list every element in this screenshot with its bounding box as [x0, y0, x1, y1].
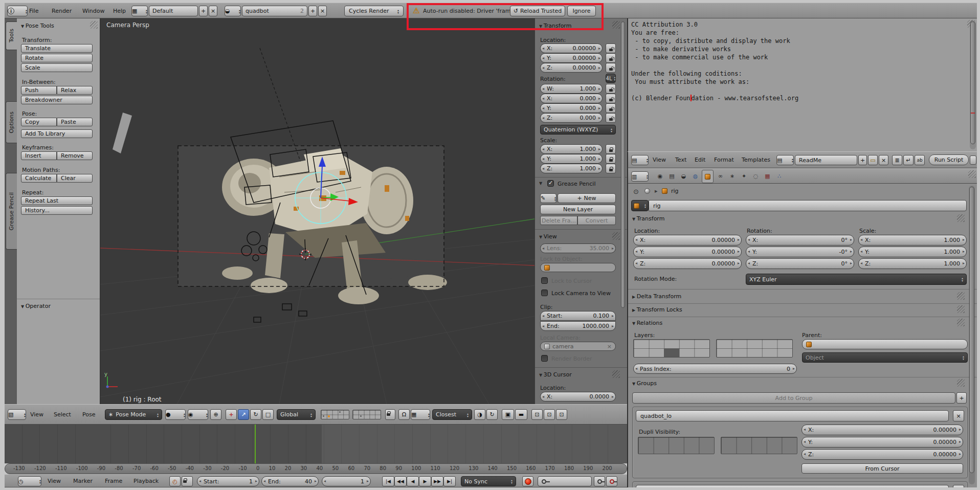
- manipulate-center-points-button[interactable]: ⊕: [210, 409, 221, 420]
- scale-manipulator-button[interactable]: □: [262, 409, 274, 420]
- text-content[interactable]: CC Attribution 3.0You are free: - to cop…: [631, 20, 790, 94]
- dupli-layers-widget-2[interactable]: [721, 437, 797, 454]
- menu-pose[interactable]: Pose: [82, 411, 95, 418]
- menu-view[interactable]: View: [653, 157, 666, 163]
- copy-pose-button[interactable]: Copy: [21, 118, 57, 126]
- unlink-text-button[interactable]: ×: [879, 155, 888, 165]
- lock-object-field[interactable]: [540, 263, 616, 272]
- transform-locks-panel-header[interactable]: Transform Locks: [632, 306, 682, 313]
- text-editor[interactable]: CC Attribution 3.0You are free: - to cop…: [627, 18, 977, 151]
- gp-convert-button[interactable]: Convert: [577, 216, 616, 225]
- clip-end-field[interactable]: End:1000.000: [540, 321, 616, 331]
- menu-edit[interactable]: Edit: [695, 157, 705, 163]
- tab-world[interactable]: ◍: [690, 171, 701, 182]
- scene-name-field[interactable]: quadbot2: [242, 6, 307, 16]
- text-scrollbar-track[interactable]: [970, 20, 976, 149]
- menu-format[interactable]: Format: [714, 157, 734, 163]
- auto-keyframe-record-button[interactable]: [522, 476, 533, 486]
- lock-rotation-y-button[interactable]: [606, 103, 616, 113]
- render-opengl-anim-button[interactable]: ▬: [515, 409, 527, 420]
- word-wrap-toggle[interactable]: ↵: [903, 155, 914, 165]
- npanel-scrollbar[interactable]: [621, 21, 625, 308]
- scale-x-field[interactable]: X:1.000: [540, 144, 603, 154]
- rotation-z-field[interactable]: Z:0°: [746, 258, 854, 269]
- create-group-button[interactable]: +: [956, 392, 967, 404]
- scale-x-field[interactable]: X:1.000: [858, 235, 967, 246]
- tab-render-layers[interactable]: ▤: [666, 171, 677, 182]
- viewport-shading-select[interactable]: ●: [165, 409, 186, 420]
- snap-target-select[interactable]: Closest: [432, 409, 472, 420]
- lock-location-z-button[interactable]: [606, 63, 616, 73]
- pin-icon[interactable]: ⊙: [633, 188, 639, 195]
- lock-camera-checkbox[interactable]: [541, 289, 548, 296]
- interaction-mode-select[interactable]: ∗Pose Mode: [105, 409, 162, 420]
- group-name-field[interactable]: quadbot_lo: [636, 410, 949, 421]
- 3d-cursor-panel-header[interactable]: 3D Cursor: [539, 371, 572, 378]
- rotation-x-field[interactable]: X:0.000: [540, 94, 603, 103]
- panel-grip[interactable]: [957, 379, 965, 387]
- view-panel-header[interactable]: View: [539, 233, 557, 240]
- tab-scene[interactable]: ◒: [678, 171, 689, 182]
- properties-scrollbar-thumb[interactable]: [969, 187, 974, 473]
- location-y-field[interactable]: Y:0.00000: [540, 53, 603, 63]
- new-text-button[interactable]: +: [858, 155, 867, 165]
- menu-window[interactable]: Window: [82, 8, 104, 14]
- history-button[interactable]: History...: [21, 206, 93, 215]
- panel-grip[interactable]: [957, 214, 965, 222]
- grease-pencil-checkbox[interactable]: [547, 180, 554, 187]
- group-offset-y-field[interactable]: Y:0.00000: [801, 437, 963, 448]
- text-line[interactable]: - to make derivative works: [631, 45, 790, 53]
- playback-realtime-button[interactable]: ◴: [169, 476, 181, 486]
- editor-type-button[interactable]: ▧: [8, 409, 26, 420]
- translate-button[interactable]: Translate: [21, 44, 93, 53]
- scale-z-field[interactable]: Z:1.000: [540, 164, 603, 173]
- group-name-field[interactable]: quadbot_me: [636, 485, 949, 487]
- frame-start-field[interactable]: Start:1: [197, 476, 259, 486]
- lock-scale-y-button[interactable]: [606, 154, 616, 164]
- tab-render[interactable]: ◉: [655, 171, 665, 182]
- relax-button[interactable]: Relax: [57, 86, 93, 95]
- panel-grip[interactable]: [90, 21, 98, 29]
- location-z-field[interactable]: Z:0.00000: [633, 258, 742, 269]
- paste-flipped-pose-icon-button[interactable]: ⊡: [556, 409, 567, 420]
- run-script-button[interactable]: Run Script: [929, 154, 969, 165]
- copy-pose-icon-button[interactable]: ⊡: [531, 409, 543, 420]
- rotation-4l-button[interactable]: 4L: [606, 74, 616, 83]
- scale-y-field[interactable]: Y:1.000: [540, 154, 603, 164]
- gp-draw-mode-button[interactable]: ✎: [540, 193, 556, 203]
- object-layers-widget-1[interactable]: [633, 339, 710, 358]
- tab-object[interactable]: [702, 170, 714, 183]
- delta-transform-panel-header[interactable]: Delta Transform: [632, 293, 681, 300]
- parent-object-field[interactable]: [802, 339, 968, 349]
- reload-trusted-button[interactable]: ↺Reload Trusted: [510, 6, 565, 16]
- tab-physics[interactable]: ◌: [750, 171, 761, 182]
- scale-y-field[interactable]: Y:1.000: [858, 247, 967, 257]
- frame-end-field[interactable]: End:40: [261, 476, 319, 486]
- repeat-last-button[interactable]: Repeat Last: [21, 196, 93, 205]
- text-line[interactable]: [631, 86, 790, 94]
- playback-button[interactable]: ◀: [407, 476, 419, 486]
- playback-button[interactable]: |◀: [382, 476, 394, 486]
- rotation-mode-select[interactable]: Quaternion (WXYZ): [540, 125, 616, 135]
- rotation-x-field[interactable]: X:0°: [746, 235, 854, 246]
- lock-location-x-button[interactable]: [606, 43, 616, 53]
- text-datablock-icon-button[interactable]: ▤: [776, 155, 794, 165]
- text-cursor-line[interactable]: (c) Blender Foundation - www.tearsofstee…: [631, 94, 798, 102]
- object-id-icon-button[interactable]: [631, 200, 649, 211]
- scale-z-field[interactable]: Z:1.000: [858, 258, 967, 269]
- layers-widget-1[interactable]: [321, 410, 349, 419]
- lock-scale-x-button[interactable]: [606, 144, 616, 154]
- lock-to-cursor-checkbox[interactable]: [541, 277, 548, 284]
- line-numbers-toggle[interactable]: ≣: [892, 155, 902, 165]
- lock-rotation-x-button[interactable]: [606, 94, 616, 103]
- ignore-button[interactable]: Ignore: [567, 6, 596, 16]
- calculate-paths-button[interactable]: Calculate: [21, 174, 57, 183]
- push-button[interactable]: Push: [21, 86, 57, 95]
- playback-button[interactable]: ◀◀: [394, 476, 407, 486]
- collapse-arrow-icon[interactable]: ▼: [539, 181, 542, 186]
- dupli-layers-widget-1[interactable]: [638, 437, 715, 454]
- panel-grip[interactable]: [612, 232, 620, 240]
- panel-grip[interactable]: [612, 370, 620, 378]
- local-camera-field[interactable]: camera×: [540, 342, 616, 351]
- add-scene-button[interactable]: +: [308, 6, 317, 16]
